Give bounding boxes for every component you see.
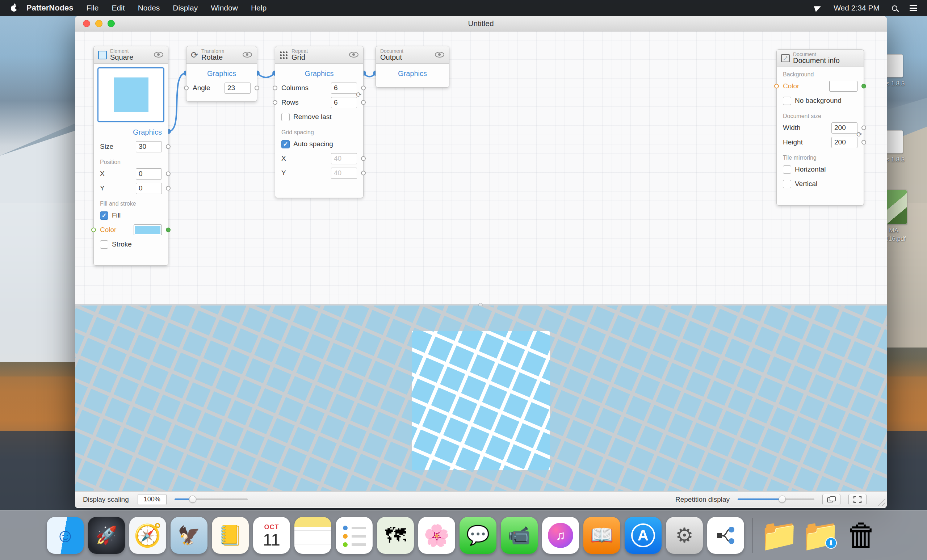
node-header[interactable]: Document Output (376, 46, 449, 64)
stroke-checkbox[interactable] (100, 240, 108, 249)
dock-messages-icon[interactable]: 💬 (459, 517, 497, 554)
document-size-section-label: Document size (777, 110, 864, 120)
dock-safari-icon[interactable]: 🧭 (129, 517, 166, 554)
rows-port[interactable] (361, 100, 366, 105)
height-field[interactable] (831, 137, 857, 148)
node-square[interactable]: Element Square Graphics Size Position X (93, 46, 169, 266)
status-arrow-icon[interactable] (814, 4, 822, 12)
y-field[interactable] (136, 183, 162, 194)
background-color-input-port[interactable] (774, 84, 779, 89)
apple-menu-icon[interactable] (11, 5, 17, 12)
dock-downloads-folder-icon[interactable]: 📁 ⬇ (802, 517, 839, 554)
menu-item-edit[interactable]: Edit (111, 4, 125, 12)
dock-itunes-icon[interactable]: ♫ (542, 517, 579, 554)
node-title: Document info (793, 57, 840, 64)
eye-icon[interactable] (435, 52, 444, 58)
columns-port[interactable] (361, 86, 366, 91)
scale-value[interactable]: 100% (138, 494, 167, 505)
angle-output-port[interactable] (255, 86, 259, 91)
dock-folder-icon[interactable]: 📁 (761, 517, 798, 554)
spacing-x-field[interactable] (331, 153, 357, 164)
node-document-info[interactable]: ⤢ Document Document info Background Colo… (777, 49, 864, 206)
dock-maps-icon[interactable]: 🗺 (377, 517, 414, 554)
auto-spacing-checkbox[interactable] (281, 140, 290, 149)
menu-app-name[interactable]: PatterNodes (26, 3, 73, 13)
spacing-y-field[interactable] (331, 168, 357, 179)
spacing-y-port[interactable] (361, 171, 366, 176)
rotate-icon: ⟳ (191, 51, 198, 59)
dock-photos-icon[interactable]: 🌸 (418, 517, 455, 554)
width-field[interactable] (831, 122, 857, 134)
node-header[interactable]: Element Square (94, 46, 168, 64)
color-input-port[interactable] (91, 228, 96, 232)
angle-field[interactable] (225, 82, 251, 94)
node-rotate[interactable]: ⟳ Transform Rotate Graphics Angle (186, 46, 257, 102)
y-port[interactable] (166, 186, 170, 191)
spotlight-icon[interactable] (892, 5, 897, 11)
height-port[interactable] (862, 140, 866, 145)
eye-icon[interactable] (154, 52, 163, 58)
x-field[interactable] (136, 168, 162, 179)
columns-field[interactable] (331, 82, 357, 94)
background-section-label: Background (777, 68, 864, 78)
width-port[interactable] (862, 126, 866, 131)
link-values-icon[interactable] (356, 91, 362, 98)
dock-finder-icon[interactable]: ☺ (47, 517, 84, 554)
node-header[interactable]: ⟳ Transform Rotate (187, 46, 257, 64)
menu-clock[interactable]: Wed 2:34 PM (834, 4, 880, 12)
node-header[interactable]: ⤢ Document Document info (777, 50, 864, 67)
dock-contacts-icon[interactable]: 📒 (212, 517, 249, 554)
x-port[interactable] (166, 171, 170, 176)
fill-label: Fill (112, 211, 162, 219)
slider-knob[interactable] (778, 496, 786, 503)
fill-color-swatch[interactable] (134, 225, 162, 235)
horizontal-checkbox[interactable] (783, 165, 791, 174)
node-canvas[interactable]: Element Square Graphics Size Position X (75, 32, 887, 304)
menu-item-nodes[interactable]: Nodes (138, 4, 160, 12)
pattern-preview[interactable] (75, 305, 887, 491)
dock-trash-icon[interactable]: 🗑 (843, 517, 880, 554)
connection-square-rotate (169, 73, 186, 131)
menu-item-help[interactable]: Help (251, 4, 266, 12)
menu-item-display[interactable]: Display (173, 4, 198, 12)
node-header[interactable]: Repeat Grid (275, 46, 363, 64)
dock-facetime-icon[interactable]: 📹 (501, 517, 538, 554)
eye-icon[interactable] (349, 52, 359, 58)
background-color-swatch[interactable] (829, 81, 857, 92)
link-values-icon[interactable] (856, 131, 862, 138)
spacing-x-port[interactable] (361, 156, 366, 161)
dock-patternodes-icon[interactable] (707, 517, 744, 554)
angle-input-port[interactable] (184, 86, 188, 91)
slider-knob[interactable] (189, 496, 196, 503)
notification-center-icon[interactable] (910, 5, 917, 11)
vertical-checkbox[interactable] (783, 180, 791, 188)
remove-last-checkbox[interactable] (281, 113, 290, 121)
dock-ibooks-icon[interactable]: 📖 (584, 517, 620, 554)
dock-launchpad-icon[interactable]: 🚀 (88, 517, 125, 554)
eye-icon[interactable] (243, 52, 252, 58)
fill-checkbox[interactable] (100, 211, 108, 220)
display-scaling-slider[interactable] (175, 498, 248, 500)
fullscreen-button[interactable] (848, 494, 866, 505)
columns-input-port[interactable] (273, 86, 277, 91)
menu-item-file[interactable]: File (87, 4, 99, 12)
dock-notes-icon[interactable] (295, 517, 331, 554)
title-bar[interactable]: Untitled (75, 16, 887, 32)
dock-system-preferences-icon[interactable]: ⚙ (666, 517, 703, 554)
color-output-port[interactable] (166, 228, 170, 232)
background-color-output-port[interactable] (862, 84, 866, 89)
tile-overlap-button[interactable] (822, 494, 840, 505)
rows-input-port[interactable] (273, 100, 277, 105)
menu-item-window[interactable]: Window (211, 4, 238, 12)
node-output[interactable]: Document Output Graphics (375, 46, 449, 88)
dock-calendar-icon[interactable]: OCT 11 (253, 517, 290, 554)
size-port[interactable] (166, 144, 170, 149)
rows-field[interactable] (331, 97, 357, 108)
dock-mail-icon[interactable]: 🦅 (170, 517, 208, 554)
size-field[interactable] (136, 141, 162, 152)
dock-appstore-icon[interactable]: A (625, 517, 661, 554)
node-grid[interactable]: Repeat Grid Graphics Columns Rows (275, 46, 363, 198)
no-background-checkbox[interactable] (783, 97, 791, 105)
repetition-display-slider[interactable] (738, 498, 815, 500)
dock-reminders-icon[interactable] (336, 517, 372, 554)
